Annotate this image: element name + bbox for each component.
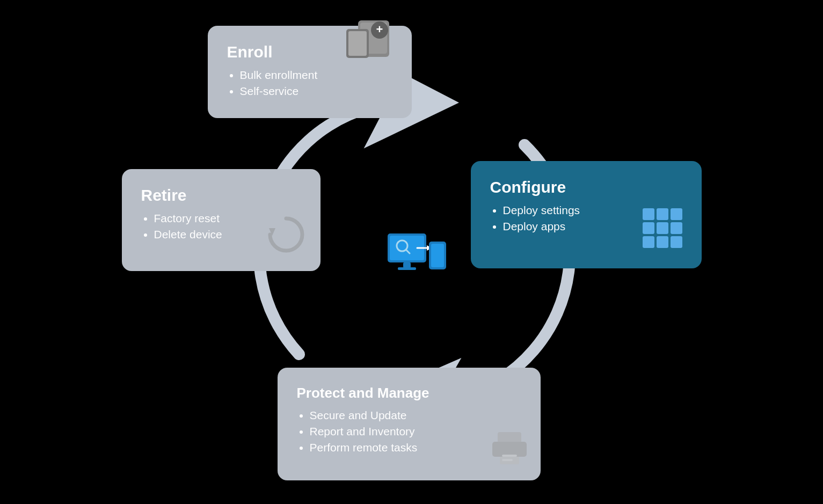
configure-title: Configure bbox=[490, 178, 682, 196]
configure-card: Configure Deploy settings Deploy apps bbox=[471, 161, 702, 268]
svg-text:+: + bbox=[376, 23, 383, 36]
grid-cell bbox=[657, 222, 668, 234]
enroll-list: Bulk enrollment Self-service bbox=[227, 69, 392, 98]
enroll-item-2: Self-service bbox=[240, 85, 392, 98]
enroll-icon: + bbox=[342, 14, 396, 64]
grid-cell bbox=[671, 236, 682, 248]
center-device-icon bbox=[385, 231, 439, 274]
retire-title: Retire bbox=[141, 186, 301, 204]
grid-icon bbox=[643, 208, 682, 248]
protect-card: Protect and Manage Secure and Update Rep… bbox=[278, 368, 541, 480]
svg-rect-14 bbox=[403, 262, 411, 268]
enroll-item-1: Bulk enrollment bbox=[240, 69, 392, 82]
grid-cell bbox=[643, 236, 654, 248]
diagram-container: + Enroll Bulk enrollment Self-service Re… bbox=[116, 16, 707, 488]
svg-rect-20 bbox=[431, 244, 444, 267]
grid-cell bbox=[643, 208, 654, 220]
grid-cell bbox=[671, 222, 682, 234]
grid-cell bbox=[657, 236, 668, 248]
svg-rect-3 bbox=[348, 31, 367, 56]
svg-rect-11 bbox=[502, 459, 513, 461]
grid-cell bbox=[643, 222, 654, 234]
svg-rect-9 bbox=[492, 442, 527, 457]
svg-rect-15 bbox=[398, 267, 416, 270]
protect-title: Protect and Manage bbox=[297, 385, 521, 401]
grid-cell bbox=[671, 208, 682, 220]
report-icon bbox=[488, 428, 531, 473]
configure-list: Deploy settings Deploy apps bbox=[490, 204, 634, 233]
grid-cell bbox=[657, 208, 668, 220]
configure-item-1: Deploy settings bbox=[503, 204, 634, 217]
svg-rect-10 bbox=[502, 455, 517, 457]
configure-item-2: Deploy apps bbox=[503, 220, 634, 233]
enroll-card: + Enroll Bulk enrollment Self-service bbox=[208, 26, 412, 118]
protect-item-1: Secure and Update bbox=[310, 409, 521, 422]
retire-card: Retire Factory reset Delete device bbox=[122, 169, 321, 271]
retire-rotate-icon bbox=[265, 213, 308, 258]
